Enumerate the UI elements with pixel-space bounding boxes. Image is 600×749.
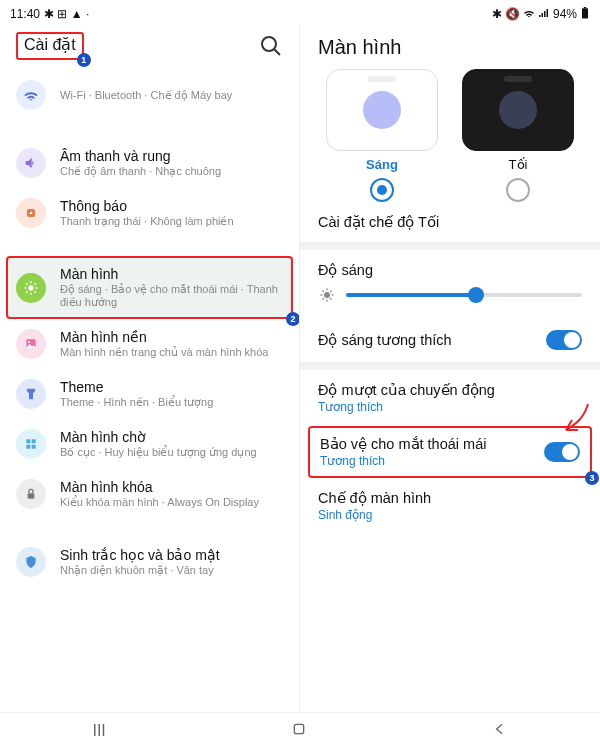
svg-rect-18: [32, 439, 36, 443]
svg-line-3: [274, 49, 280, 55]
svg-rect-1: [584, 7, 586, 8]
sidebar-item-sound[interactable]: Âm thanh và rung Chế độ âm thanh · Nhạc …: [0, 138, 299, 188]
brightness-slider[interactable]: [346, 293, 582, 297]
light-preview: [326, 69, 438, 151]
status-bar: 11:40 ✱ ⊞ ▲ · ✱ 🔇 94%: [0, 0, 600, 24]
status-icons-left: ✱ ⊞ ▲ ·: [44, 7, 89, 21]
search-button[interactable]: [259, 34, 283, 58]
battery-text: 94%: [553, 7, 577, 21]
svg-rect-17: [26, 439, 30, 443]
screen-mode-label: Chế độ màn hình: [318, 490, 582, 506]
speaker-icon: [16, 148, 46, 178]
settings-title-highlight: Cài đặt 1: [16, 32, 84, 60]
bluetooth-icon: ✱: [492, 7, 502, 21]
home-icon: [16, 429, 46, 459]
sun-icon: [318, 286, 336, 304]
svg-rect-20: [32, 445, 36, 449]
wifi-icon: [523, 7, 535, 22]
page-title: Cài đặt: [24, 36, 76, 53]
mute-icon: 🔇: [505, 7, 520, 21]
display-title: Màn hình: [60, 266, 283, 282]
light-label: Sáng: [366, 157, 398, 172]
dark-preview: [462, 69, 574, 151]
adaptive-brightness-row[interactable]: Độ sáng tương thích: [300, 318, 600, 362]
motion-smoothness-row[interactable]: Độ mượt của chuyến động Tương thích: [300, 370, 600, 426]
svg-line-27: [323, 291, 325, 293]
status-icons-right: ✱ 🔇 94%: [492, 7, 590, 22]
screen-mode-sub: Sinh động: [318, 508, 582, 522]
lock-title: Màn hình khóa: [60, 479, 283, 495]
dark-mode-settings-row[interactable]: Cài đặt chế độ Tối: [300, 202, 600, 242]
lock-icon: [16, 479, 46, 509]
eye-toggle[interactable]: [544, 442, 580, 462]
eye-label: Bảo vệ cho mắt thoái mái: [320, 436, 486, 452]
battery-icon: [580, 7, 590, 22]
home-sub: Bố cục · Huy hiệu biểu tượng ứng dụng: [60, 446, 283, 459]
sidebar-item-theme[interactable]: Theme Theme · Hình nền · Biểu tượng: [0, 369, 299, 419]
bell-icon: [16, 198, 46, 228]
sidebar-item-biometrics[interactable]: Sinh trắc học và bảo mật Nhận diện khuôn…: [0, 537, 299, 587]
divider: [300, 242, 600, 250]
status-time: 11:40: [10, 7, 40, 21]
annotation-badge-3: 3: [585, 471, 599, 485]
dark-label: Tối: [509, 157, 528, 172]
svg-point-16: [28, 341, 30, 343]
svg-line-12: [34, 291, 35, 292]
sidebar-item-display[interactable]: Màn hình Độ sáng · Bảo vệ cho mắt thoái …: [6, 256, 293, 319]
sidebar-item-homescreen[interactable]: Màn hình chờ Bố cục · Huy hiệu biểu tượn…: [0, 419, 299, 469]
eye-sub: Tương thích: [320, 454, 486, 468]
annotation-badge-2: 2: [286, 312, 299, 326]
svg-line-30: [330, 291, 332, 293]
screen-mode-row[interactable]: Chế độ màn hình Sinh động: [300, 478, 600, 534]
svg-line-28: [330, 298, 332, 300]
detail-title: Màn hình: [300, 24, 600, 69]
dark-radio[interactable]: [506, 178, 530, 202]
display-sub: Độ sáng · Bảo vệ cho mắt thoái mái · Tha…: [60, 283, 283, 309]
shield-icon: [16, 547, 46, 577]
sidebar-item-notifications[interactable]: Thông báo Thanh trạng thái · Không làm p…: [0, 188, 299, 238]
wallpaper-sub: Màn hình nền trang chủ và màn hình khóa: [60, 346, 283, 359]
svg-point-6: [28, 285, 33, 290]
svg-rect-21: [28, 493, 35, 498]
home-title: Màn hình chờ: [60, 429, 283, 445]
theme-title: Theme: [60, 379, 283, 395]
wallpaper-icon: [16, 329, 46, 359]
navigation-bar: III: [0, 712, 600, 749]
nav-home-button[interactable]: [291, 721, 307, 741]
theme-icon: [16, 379, 46, 409]
theme-dark-option[interactable]: Tối: [458, 69, 578, 202]
svg-point-5: [30, 212, 33, 215]
dark-mode-settings-label: Cài đặt chế độ Tối: [318, 214, 582, 230]
display-icon: [16, 273, 46, 303]
divider: [300, 362, 600, 370]
theme-sub: Theme · Hình nền · Biểu tượng: [60, 396, 283, 409]
sidebar-item-connections[interactable]: Wi-Fi · Bluetooth · Chế độ Máy bay: [0, 70, 299, 120]
svg-point-22: [324, 292, 330, 298]
connections-sub: Wi-Fi · Bluetooth · Chế độ Máy bay: [60, 89, 283, 102]
wallpaper-title: Màn hình nền: [60, 329, 283, 345]
sidebar-item-wallpaper[interactable]: Màn hình nền Màn hình nền trang chủ và m…: [0, 319, 299, 369]
sidebar-item-lockscreen[interactable]: Màn hình khóa Kiểu khóa màn hình · Alway…: [0, 469, 299, 519]
nav-recent-button[interactable]: III: [92, 722, 105, 740]
svg-line-14: [34, 283, 35, 284]
nav-back-button[interactable]: [492, 721, 508, 741]
sound-sub: Chế độ âm thanh · Nhạc chuông: [60, 165, 283, 178]
adaptive-toggle[interactable]: [546, 330, 582, 350]
eye-comfort-row[interactable]: Bảo vệ cho mắt thoái mái Tương thích 3: [308, 426, 592, 478]
motion-label: Độ mượt của chuyến động: [318, 382, 582, 398]
adaptive-label: Độ sáng tương thích: [318, 332, 452, 348]
settings-list[interactable]: Wi-Fi · Bluetooth · Chế độ Máy bay Âm th…: [0, 70, 299, 712]
svg-rect-0: [582, 8, 588, 18]
svg-point-2: [262, 37, 276, 51]
light-radio[interactable]: [370, 178, 394, 202]
annotation-badge-1: 1: [77, 53, 91, 67]
svg-line-29: [323, 298, 325, 300]
notif-title: Thông báo: [60, 198, 283, 214]
motion-sub: Tương thích: [318, 400, 582, 414]
lock-sub: Kiểu khóa màn hình · Always On Display: [60, 496, 283, 509]
svg-rect-31: [294, 724, 303, 733]
notif-sub: Thanh trạng thái · Không làm phiền: [60, 215, 283, 228]
signal-icon: [538, 7, 550, 22]
theme-light-option[interactable]: Sáng: [322, 69, 442, 202]
svg-rect-19: [26, 445, 30, 449]
